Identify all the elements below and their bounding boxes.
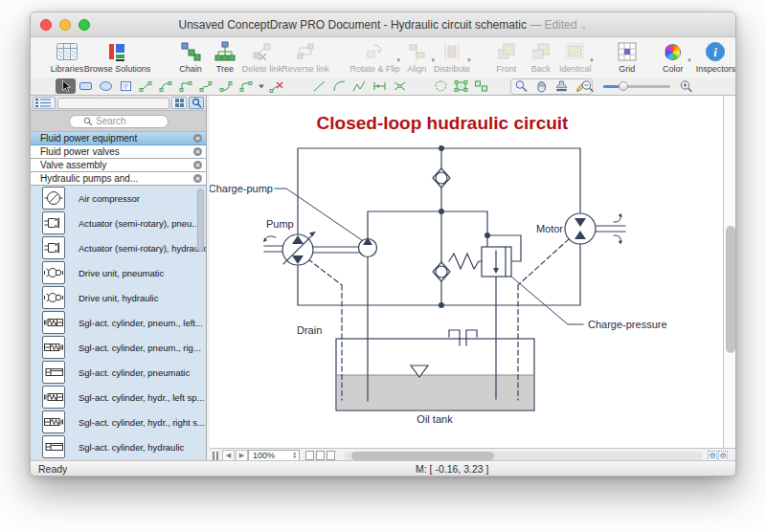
zoom-slider-knob[interactable]: [619, 81, 628, 91]
pointer-button[interactable]: [56, 78, 76, 94]
color-button[interactable]: Color▼: [656, 40, 690, 74]
library-item-sgl-act-cylinder-hydraulic[interactable]: Sgl-act. cylinder, hydraulic: [31, 434, 206, 459]
arc-connector-button[interactable]: [156, 78, 176, 94]
zoom-out-icon[interactable]: [577, 79, 597, 95]
close-icon[interactable]: ×: [193, 161, 202, 169]
search-view-button[interactable]: [189, 97, 204, 109]
library-item-sgl-act-cylinder-pneumatic[interactable]: Sgl-act. cylinder, pneumatic: [31, 360, 206, 385]
horizontal-scroll-thumb[interactable]: [351, 452, 494, 460]
identical-button: Identical▼: [558, 40, 593, 74]
chain-icon: [180, 40, 201, 63]
page-view-continuous-button[interactable]: [316, 451, 325, 460]
zoom-slider[interactable]: [603, 85, 670, 88]
connector-dropdown-button[interactable]: [257, 78, 266, 94]
zoom-tool-button[interactable]: [511, 78, 531, 94]
group-tool-button[interactable]: [451, 78, 471, 94]
split-tool-button[interactable]: [390, 78, 410, 94]
charge-pressure-label[interactable]: Charge-pressure: [588, 319, 667, 330]
gear-icon[interactable]: ⚙: [718, 451, 728, 461]
motor-symbol[interactable]: [565, 213, 596, 244]
library-item-actuator-semi-rotary-pneu[interactable]: Actuator (semi-rotary), pneu...: [31, 211, 206, 235]
curve-connector-button[interactable]: [216, 78, 237, 94]
inspectors-button[interactable]: iInspectors: [696, 40, 735, 74]
relief-valve-spring: [449, 254, 482, 269]
drain-label[interactable]: Drain: [297, 324, 322, 336]
diagram-lines[interactable]: [263, 145, 625, 410]
direct-connector-button[interactable]: [136, 78, 156, 94]
libraries-button[interactable]: Libraries: [50, 40, 84, 74]
text-frame-tool-button[interactable]: [116, 78, 136, 94]
bezier-connector-button[interactable]: [196, 78, 216, 94]
tree-button[interactable]: Tree: [208, 40, 242, 74]
ellipse-tool-button[interactable]: [96, 78, 116, 94]
canvas-horizontal-scrollbar[interactable]: [344, 452, 703, 460]
sidebar-scrollbar[interactable]: [197, 188, 204, 252]
zoom-button[interactable]: [79, 19, 90, 31]
title-bar[interactable]: Unsaved ConceptDraw PRO Document - Hydra…: [31, 12, 735, 37]
minimize-button[interactable]: [59, 19, 71, 31]
category-valve-assembly[interactable]: Valve assembly×: [31, 159, 206, 172]
library-item-drive-unit-hydraulic[interactable]: Drive unit, hydraulic: [31, 285, 206, 310]
gear-icon[interactable]: ⚙: [708, 451, 717, 461]
pump-label[interactable]: Pump: [266, 218, 294, 230]
arc-tool-button[interactable]: [329, 78, 349, 94]
grid-view-button[interactable]: [171, 97, 187, 109]
zoom-stepper-icon[interactable]: ▲▼: [293, 452, 299, 459]
spline-tool-button[interactable]: [370, 78, 390, 94]
library-item-sgl-act-cylinder-hydr-right-s[interactable]: Sgl-act. cylinder, hydr., right s...: [31, 410, 206, 434]
vertical-scroll-thumb[interactable]: [726, 226, 735, 353]
drawing-canvas[interactable]: Closed-loop hudraulic circuit: [210, 96, 723, 448]
lasso-tool-button[interactable]: [431, 78, 451, 94]
round-connector-button[interactable]: [237, 78, 257, 94]
grid-button[interactable]: Grid: [610, 40, 644, 74]
stamp-tool-button[interactable]: [552, 78, 572, 94]
category-hydraulic-pumps-and[interactable]: Hydraulic pumps and...×: [31, 172, 206, 186]
charge-pump-label[interactable]: Charge-pump: [210, 183, 273, 194]
diagram-title[interactable]: Closed-loop hudraulic circuit: [317, 113, 570, 133]
page-view-single-button[interactable]: [305, 451, 314, 460]
page-view-spread-button[interactable]: [327, 451, 335, 460]
chain-button[interactable]: Chain: [173, 40, 208, 74]
oil-tank-label[interactable]: Oil tank: [417, 413, 453, 425]
search-box[interactable]: [69, 115, 169, 128]
motor-label[interactable]: Motor: [536, 223, 563, 234]
library-item-label: Sgl-act. cylinder, pneumatic: [79, 367, 190, 378]
library-title-field[interactable]: [57, 98, 169, 109]
close-icon[interactable]: ×: [193, 147, 202, 156]
chevron-down-icon[interactable]: ⌄: [580, 21, 588, 31]
breather-symbol: [449, 330, 477, 345]
dropdown-arrow-icon[interactable]: ▼: [466, 57, 472, 63]
zoom-in-icon[interactable]: [676, 79, 696, 95]
close-icon[interactable]: ×: [193, 174, 202, 183]
ungroup-tool-button[interactable]: [471, 78, 491, 94]
dropdown-arrow-icon[interactable]: ▼: [687, 57, 692, 63]
library-item-sgl-act-cylinder-pneum-rig[interactable]: Sgl-act. cylinder, pneum., rig...: [31, 335, 206, 360]
polyline-tool-button[interactable]: [349, 78, 370, 94]
category-fluid-power-valves[interactable]: Fluid power valves×: [31, 145, 206, 159]
library-sidebar: Fluid power equipment×Fluid power valves…: [31, 96, 207, 462]
dropdown-arrow-icon[interactable]: ▼: [589, 57, 595, 63]
library-item-sgl-act-cylinder-pneum-left[interactable]: Sgl-act. cylinder, pneum., left...: [31, 310, 206, 335]
hydraulic-diagram[interactable]: Closed-loop hudraulic circuit: [210, 96, 723, 448]
status-bar: Ready M: [ -0.16, 3.23 ]: [31, 460, 735, 476]
search-input[interactable]: [96, 116, 153, 126]
delete-connector-button[interactable]: [266, 78, 286, 94]
library-item-sgl-act-cylinder-hydr-left-sp[interactable]: Sgl-act. cylinder, hydr., left sp...: [31, 385, 206, 410]
library-item-air-compressor[interactable]: Air compressor: [31, 186, 206, 211]
library-item-actuator-semi-rotary-hydraulic[interactable]: Actuator (semi-rotary), hydraulic: [31, 235, 206, 260]
library-item-drive-unit-pneumatic[interactable]: Drive unit, pneumatic: [31, 260, 206, 285]
align-label: Align: [407, 64, 426, 74]
close-icon[interactable]: ×: [193, 134, 202, 143]
edited-label[interactable]: — Edited: [529, 18, 576, 32]
pan-tool-button[interactable]: [531, 78, 552, 94]
smart-connector-button[interactable]: [176, 78, 196, 94]
browse-solutions-button[interactable]: Browse Solutions: [84, 40, 150, 74]
close-button[interactable]: [40, 19, 52, 31]
line-tool-button[interactable]: [309, 78, 329, 94]
canvas-vertical-scrollbar[interactable]: [723, 96, 736, 448]
rectangle-tool-button[interactable]: [76, 78, 96, 94]
category-fluid-power-equipment[interactable]: Fluid power equipment×: [31, 132, 206, 145]
libraries-label: Libraries: [51, 64, 84, 74]
library-list-view-button[interactable]: [33, 97, 56, 109]
libraries-icon: [56, 40, 79, 63]
